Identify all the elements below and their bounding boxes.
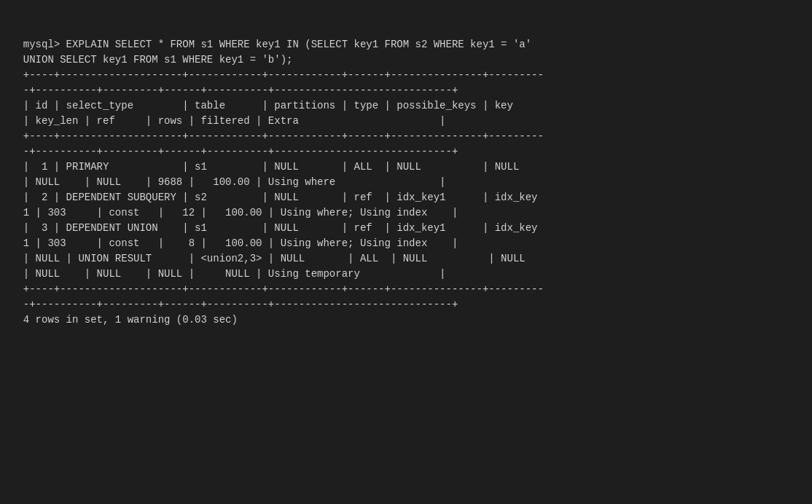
terminal-line: -+----------+---------+------+----------… [11,297,801,312]
terminal-line: | 1 | PRIMARY | s1 | NULL | ALL | NULL |… [11,160,801,175]
terminal-line: UNION SELECT key1 FROM s1 WHERE key1 = '… [11,52,801,68]
terminal-line: 1 | 303 | const | 8 | 100.00 | Using whe… [11,236,801,251]
terminal-line: -+----------+---------+------+----------… [11,83,801,98]
terminal-line: +----+--------------------+------------+… [11,282,801,297]
terminal-line: +----+--------------------+------------+… [11,129,801,144]
terminal-line: | 3 | DEPENDENT UNION | s1 | NULL | ref … [11,221,801,236]
terminal-line: | NULL | NULL | 9688 | 100.00 | Using wh… [11,175,801,190]
terminal-line: | key_len | ref | rows | filtered | Extr… [11,114,801,129]
terminal-line: | 2 | DEPENDENT SUBQUERY | s2 | NULL | r… [11,190,801,205]
terminal-line: | NULL | UNION RESULT | <union2,3> | NUL… [11,251,801,267]
terminal-line: | id | select_type | table | partitions … [11,98,801,114]
terminal-line: mysql> EXPLAIN SELECT * FROM s1 WHERE ke… [11,37,801,52]
terminal-output: mysql> EXPLAIN SELECT * FROM s1 WHERE ke… [7,15,805,335]
terminal-line: +----+--------------------+------------+… [11,68,801,83]
terminal-line: 1 | 303 | const | 12 | 100.00 | Using wh… [11,205,801,221]
terminal-line: 4 rows in set, 1 warning (0.03 sec) [11,312,801,328]
terminal-line: -+----------+---------+------+----------… [11,144,801,160]
terminal-line: | NULL | NULL | NULL | NULL | Using temp… [11,267,801,282]
